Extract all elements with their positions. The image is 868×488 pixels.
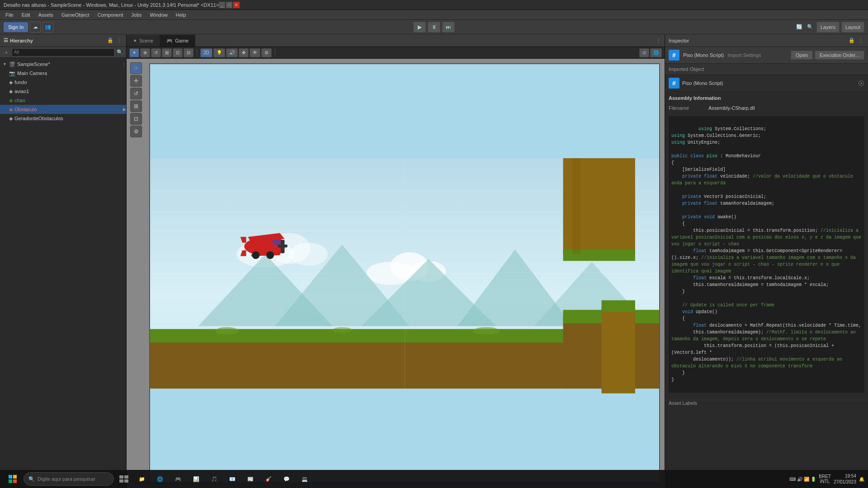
- mono-script-label: Piso (Mono Script): [682, 80, 723, 86]
- hier-item-obstaculo[interactable]: ◈ Obstaculo ▶: [0, 105, 126, 114]
- cloud-sync-icon[interactable]: 🔄: [795, 23, 804, 32]
- menu-help[interactable]: Help: [172, 11, 190, 19]
- left-tools-panel: ☞ ✛ ↺ ⊞ ⊡ ⚙: [130, 62, 142, 137]
- taskbar-app-taskview[interactable]: [116, 472, 132, 486]
- hierarchy-search-bar: + 🔍: [0, 47, 126, 58]
- tray-battery-icon[interactable]: 🔋: [811, 477, 816, 482]
- effects-button[interactable]: ✤: [239, 48, 249, 57]
- center-area: ✦ Scene 🎮 Game ⋮ ✦ ⊕ ↺ ⊞ ⊡ ⊟ 2D 💡: [127, 34, 665, 488]
- tray-icon-3[interactable]: 📶: [804, 477, 809, 482]
- hier-item-label: SampleScene*: [17, 61, 50, 67]
- custom-tool-button[interactable]: ⊟: [184, 48, 193, 57]
- gizmos-button[interactable]: ⚙: [261, 48, 272, 57]
- step-button[interactable]: ⏭: [442, 22, 455, 33]
- hier-item-samplescene[interactable]: ▼ 🎬 SampleScene* ⋮: [0, 60, 126, 69]
- rect-tool-button[interactable]: ⊞: [162, 48, 172, 57]
- title-bar-controls: _ □ ✕: [219, 2, 240, 8]
- taskbar-app-chrome[interactable]: 🌐: [152, 472, 168, 486]
- rect-tool[interactable]: ⊡: [130, 113, 142, 125]
- taskbar-app-steam[interactable]: 🎮: [170, 472, 186, 486]
- taskbar-app-mail[interactable]: 📧: [224, 472, 241, 486]
- inspector-header: Inspector 🔒 ⋮: [665, 34, 868, 47]
- hierarchy-lock-button[interactable]: 🔒: [107, 37, 114, 44]
- hierarchy-search-input[interactable]: [12, 48, 114, 56]
- center-pivot-button[interactable]: ⊙: [639, 48, 649, 57]
- svg-rect-33: [278, 244, 288, 247]
- notification-icon[interactable]: 🔔: [859, 477, 864, 482]
- hierarchy-menu-button[interactable]: ⋮: [115, 37, 123, 44]
- execution-order-button[interactable]: Execution Order...: [815, 51, 864, 60]
- hier-item-geradordeobstaculos[interactable]: ◈ GeradordeObstaculos: [0, 114, 126, 123]
- taskbar-app-excel[interactable]: 📊: [188, 472, 204, 486]
- menu-file[interactable]: File: [2, 11, 17, 19]
- scale-tool-button[interactable]: ↺: [151, 48, 161, 57]
- minimize-button[interactable]: _: [219, 2, 225, 8]
- inspector-more-button[interactable]: ⋮: [857, 37, 864, 44]
- 2d-toggle-button[interactable]: 2D: [200, 48, 212, 57]
- menu-jobs[interactable]: Jobs: [127, 11, 145, 19]
- maximize-button[interactable]: □: [226, 2, 232, 8]
- search-icon[interactable]: 🔍: [806, 23, 815, 32]
- layers-button[interactable]: Layers: [816, 22, 840, 33]
- translate-tool[interactable]: ✛: [130, 75, 142, 87]
- panel-options-button[interactable]: ⋮: [652, 35, 665, 47]
- lighting-button[interactable]: 💡: [213, 48, 225, 57]
- object-icon: ◈: [9, 80, 13, 85]
- hierarchy-add-button[interactable]: +: [3, 49, 10, 56]
- hidden-button[interactable]: 👁: [250, 48, 260, 57]
- menu-window[interactable]: Window: [146, 11, 171, 19]
- lang-code: BRET: [819, 474, 831, 479]
- game-viewport: [149, 63, 660, 483]
- pause-button[interactable]: ⏸: [428, 22, 440, 33]
- taskbar-app-spotify[interactable]: 🎵: [206, 472, 222, 486]
- signin-button[interactable]: Sign In: [4, 22, 28, 32]
- layout-button[interactable]: Layout: [841, 22, 864, 33]
- hier-item-fundo[interactable]: ◈ fundo: [0, 78, 126, 87]
- open-button[interactable]: Open: [791, 51, 813, 60]
- hier-item-chao[interactable]: ◈ chao: [0, 96, 126, 105]
- rotate-tool[interactable]: ↺: [130, 88, 142, 99]
- play-button[interactable]: ▶: [413, 22, 426, 33]
- menu-assets[interactable]: Assets: [35, 11, 57, 19]
- scene-canvas[interactable]: ☞ ✛ ↺ ⊞ ⊡ ⚙: [127, 59, 665, 488]
- custom-editor-tool[interactable]: ⚙: [130, 126, 142, 137]
- transform-tool-button[interactable]: ⊡: [173, 48, 183, 57]
- svg-rect-24: [602, 300, 635, 311]
- taskbar-search[interactable]: 🔍 Digite aqui para pesquisar: [24, 472, 114, 486]
- expand-icon[interactable]: ☉: [858, 79, 864, 88]
- menu-gameobject[interactable]: GameObject: [58, 11, 93, 19]
- taskbar-app-guitar[interactable]: 🎸: [260, 472, 277, 486]
- scene-view[interactable]: ☞ ✛ ↺ ⊞ ⊡ ⚙: [127, 59, 665, 488]
- taskbar-app-powerpoint[interactable]: 📰: [242, 472, 259, 486]
- hier-item-maincamera[interactable]: 📷 Main Camera: [0, 69, 126, 78]
- inspector-lock-button[interactable]: 🔒: [848, 37, 855, 44]
- game-tab-label: Game: [175, 38, 189, 43]
- taskbar-app-explorer[interactable]: 📁: [134, 472, 150, 486]
- clock[interactable]: 19:54 27/01/2023: [834, 473, 856, 485]
- import-settings-label: Import Settings: [727, 52, 761, 58]
- taskbar-app-devenv[interactable]: 💻: [297, 472, 313, 486]
- hierarchy-content: ▼ 🎬 SampleScene* ⋮ 📷 Main Camera ◈ fundo…: [0, 58, 126, 488]
- menu-edit[interactable]: Edit: [18, 11, 34, 19]
- hierarchy-search-icon[interactable]: 🔍: [116, 49, 123, 56]
- collab-button[interactable]: 👥: [42, 22, 53, 33]
- select-tool[interactable]: ☞: [130, 62, 142, 74]
- menu-component[interactable]: Component: [94, 11, 127, 19]
- close-button[interactable]: ✕: [233, 2, 240, 8]
- move-tool-button[interactable]: ✦: [129, 48, 139, 57]
- mono-script-row: # Piso (Mono Script) ☉: [665, 75, 868, 92]
- tray-icon-1[interactable]: ⌨: [789, 477, 796, 482]
- taskbar-app-discord[interactable]: 💬: [278, 472, 295, 486]
- scale-tool[interactable]: ⊞: [130, 100, 142, 112]
- hier-item-aviao1[interactable]: ◈ aviao1: [0, 87, 126, 96]
- start-button[interactable]: [4, 472, 22, 486]
- global-local-button[interactable]: 🌐: [650, 48, 662, 57]
- tray-icon-2[interactable]: 🔊: [797, 477, 802, 482]
- scene-menu-icon[interactable]: ⋮: [122, 62, 126, 67]
- rotate-tool-button[interactable]: ⊕: [140, 48, 150, 57]
- children-toggle[interactable]: ▶: [123, 107, 126, 112]
- cloud-button[interactable]: ☁: [30, 22, 41, 33]
- tab-game[interactable]: 🎮 Game: [160, 35, 195, 47]
- tab-scene[interactable]: ✦ Scene: [127, 35, 160, 47]
- audio-button[interactable]: 🔊: [226, 48, 238, 57]
